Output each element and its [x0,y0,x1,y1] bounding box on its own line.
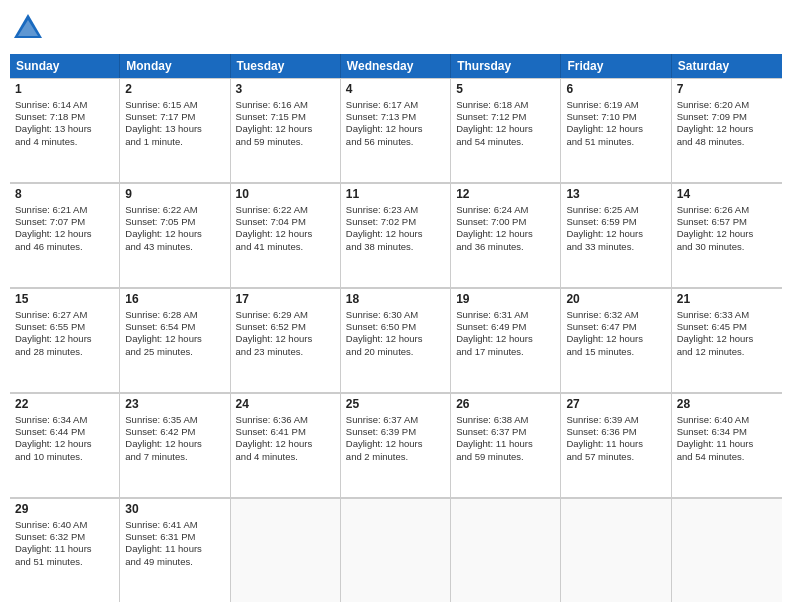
day-info: Sunrise: 6:40 AM [677,414,777,426]
day-info: Daylight: 11 hours [15,543,114,555]
day-info: Sunset: 7:18 PM [15,111,114,123]
day-info: Daylight: 11 hours [566,438,665,450]
day-info: Daylight: 12 hours [346,333,445,345]
calendar-cell [672,499,782,602]
day-info: Daylight: 13 hours [15,123,114,135]
day-info: Daylight: 12 hours [346,438,445,450]
day-header-saturday: Saturday [672,54,782,78]
day-info: Sunrise: 6:25 AM [566,204,665,216]
day-number: 8 [15,187,114,203]
day-info: Daylight: 11 hours [456,438,555,450]
day-number: 10 [236,187,335,203]
day-info: Daylight: 12 hours [236,333,335,345]
day-header-tuesday: Tuesday [231,54,341,78]
day-number: 19 [456,292,555,308]
day-number: 9 [125,187,224,203]
calendar-cell: 29Sunrise: 6:40 AMSunset: 6:32 PMDayligh… [10,499,120,602]
day-info: Sunrise: 6:18 AM [456,99,555,111]
day-info: Daylight: 12 hours [456,228,555,240]
page: SundayMondayTuesdayWednesdayThursdayFrid… [0,0,792,612]
day-info: and 20 minutes. [346,346,445,358]
day-number: 1 [15,82,114,98]
day-info: Sunrise: 6:24 AM [456,204,555,216]
day-info: Sunrise: 6:39 AM [566,414,665,426]
day-info: Daylight: 12 hours [15,228,114,240]
calendar-cell: 19Sunrise: 6:31 AMSunset: 6:49 PMDayligh… [451,289,561,392]
day-number: 2 [125,82,224,98]
day-info: Daylight: 12 hours [677,123,777,135]
day-info: Sunset: 7:17 PM [125,111,224,123]
calendar-cell: 7Sunrise: 6:20 AMSunset: 7:09 PMDaylight… [672,79,782,182]
day-info: Sunrise: 6:38 AM [456,414,555,426]
day-info: Sunrise: 6:26 AM [677,204,777,216]
day-header-friday: Friday [561,54,671,78]
day-header-wednesday: Wednesday [341,54,451,78]
day-number: 4 [346,82,445,98]
day-info: and 23 minutes. [236,346,335,358]
calendar-cell: 9Sunrise: 6:22 AMSunset: 7:05 PMDaylight… [120,184,230,287]
day-info: Sunset: 6:31 PM [125,531,224,543]
day-info: Sunset: 6:50 PM [346,321,445,333]
day-info: Sunset: 6:55 PM [15,321,114,333]
day-number: 20 [566,292,665,308]
calendar-cell: 30Sunrise: 6:41 AMSunset: 6:31 PMDayligh… [120,499,230,602]
day-number: 14 [677,187,777,203]
calendar-cell [231,499,341,602]
day-number: 3 [236,82,335,98]
calendar-row-2: 8Sunrise: 6:21 AMSunset: 7:07 PMDaylight… [10,183,782,288]
day-number: 6 [566,82,665,98]
day-info: Daylight: 12 hours [15,333,114,345]
day-info: Sunset: 6:41 PM [236,426,335,438]
calendar-row-1: 1Sunrise: 6:14 AMSunset: 7:18 PMDaylight… [10,78,782,183]
day-number: 11 [346,187,445,203]
day-info: Sunset: 6:52 PM [236,321,335,333]
day-info: Sunrise: 6:15 AM [125,99,224,111]
day-info: Sunset: 6:39 PM [346,426,445,438]
day-info: and 38 minutes. [346,241,445,253]
calendar-cell [451,499,561,602]
calendar-cell: 23Sunrise: 6:35 AMSunset: 6:42 PMDayligh… [120,394,230,497]
day-number: 18 [346,292,445,308]
day-info: Sunrise: 6:36 AM [236,414,335,426]
calendar-header: SundayMondayTuesdayWednesdayThursdayFrid… [10,54,782,78]
day-info: and 33 minutes. [566,241,665,253]
day-info: Sunrise: 6:37 AM [346,414,445,426]
day-number: 24 [236,397,335,413]
day-info: Sunrise: 6:40 AM [15,519,114,531]
day-info: and 17 minutes. [456,346,555,358]
day-info: Daylight: 12 hours [346,123,445,135]
calendar-cell: 27Sunrise: 6:39 AMSunset: 6:36 PMDayligh… [561,394,671,497]
day-info: Daylight: 12 hours [677,333,777,345]
day-number: 23 [125,397,224,413]
day-info: and 28 minutes. [15,346,114,358]
day-info: Sunset: 7:10 PM [566,111,665,123]
day-number: 29 [15,502,114,518]
day-info: and 54 minutes. [456,136,555,148]
calendar-cell: 17Sunrise: 6:29 AMSunset: 6:52 PMDayligh… [231,289,341,392]
day-info: Sunrise: 6:27 AM [15,309,114,321]
day-info: and 7 minutes. [125,451,224,463]
day-info: and 51 minutes. [15,556,114,568]
day-info: Sunrise: 6:22 AM [236,204,335,216]
calendar-cell: 16Sunrise: 6:28 AMSunset: 6:54 PMDayligh… [120,289,230,392]
day-info: Sunset: 6:59 PM [566,216,665,228]
day-info: and 59 minutes. [236,136,335,148]
day-info: and 49 minutes. [125,556,224,568]
day-info: Sunset: 6:37 PM [456,426,555,438]
calendar-cell [561,499,671,602]
day-info: and 51 minutes. [566,136,665,148]
calendar-cell: 1Sunrise: 6:14 AMSunset: 7:18 PMDaylight… [10,79,120,182]
day-number: 21 [677,292,777,308]
day-info: Sunrise: 6:28 AM [125,309,224,321]
day-info: and 10 minutes. [15,451,114,463]
day-info: Sunset: 7:04 PM [236,216,335,228]
day-info: Sunset: 7:15 PM [236,111,335,123]
day-info: and 46 minutes. [15,241,114,253]
logo-icon [10,10,46,46]
day-info: Sunset: 7:02 PM [346,216,445,228]
calendar-cell: 11Sunrise: 6:23 AMSunset: 7:02 PMDayligh… [341,184,451,287]
day-info: and 36 minutes. [456,241,555,253]
calendar-row-4: 22Sunrise: 6:34 AMSunset: 6:44 PMDayligh… [10,393,782,498]
day-number: 7 [677,82,777,98]
day-info: Daylight: 12 hours [566,228,665,240]
